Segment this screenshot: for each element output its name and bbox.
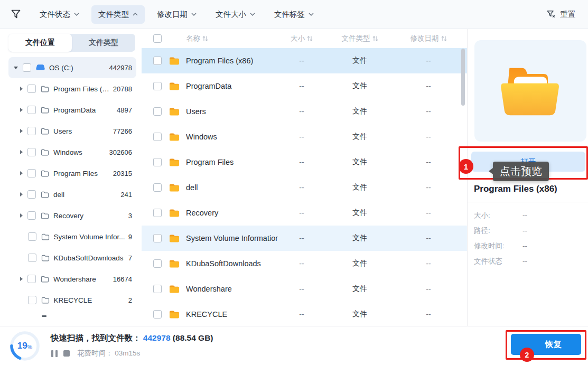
checkbox[interactable]: [27, 148, 36, 156]
reset-label: 重置: [560, 10, 575, 20]
checkbox[interactable]: [153, 183, 162, 192]
checkbox[interactable]: [28, 254, 36, 262]
filter-funnel-icon: [11, 9, 21, 20]
folder-outline-icon: [41, 276, 49, 283]
tree-row[interactable]: Recovery 3: [8, 205, 136, 226]
checkbox[interactable]: [27, 106, 36, 114]
checkbox[interactable]: [153, 82, 162, 90]
tree-item-name: dell: [53, 191, 117, 199]
folder-tree: OS (C:) 442978 Program Files (x... 20788…: [8, 57, 136, 311]
filter-file-size[interactable]: 文件大小: [209, 5, 262, 24]
stop-scan-button[interactable]: [63, 350, 70, 357]
tree-row[interactable]: Program Files 20315: [8, 163, 136, 184]
tree-row[interactable]: Wondershare 16674: [8, 268, 136, 289]
table-row[interactable]: KDubaSoftDownloads -- 文件 --: [142, 251, 467, 276]
checkbox[interactable]: [153, 158, 162, 166]
folder-icon: [169, 133, 180, 142]
tree-row[interactable]: dell 241: [8, 184, 136, 205]
caret-right-icon[interactable]: [20, 213, 23, 218]
vertical-scrollbar[interactable]: [461, 49, 465, 106]
file-name: System Volume Information: [186, 234, 278, 242]
caret-right-icon[interactable]: [20, 150, 23, 154]
filter-label: 文件状态: [40, 10, 70, 20]
checkbox[interactable]: [153, 57, 162, 65]
reset-filters-button[interactable]: 重置: [546, 10, 575, 20]
tree-item-name: Windows: [53, 148, 106, 156]
table-row[interactable]: Program Files (x86) -- 文件 --: [142, 48, 467, 73]
filter-file-type[interactable]: 文件类型: [91, 5, 145, 24]
tree-row[interactable]: KRECYCLE 2: [8, 289, 136, 311]
filter-label: 修改日期: [157, 10, 188, 20]
preview-file-name: Program Files (x86): [474, 184, 557, 194]
checkbox[interactable]: [27, 190, 36, 199]
tree-row[interactable]: ProgramData 4897: [8, 99, 136, 120]
table-row[interactable]: Wondershare -- 文件 --: [142, 276, 467, 302]
table-row[interactable]: Users -- 文件 --: [142, 99, 467, 124]
tree-row-drive[interactable]: OS (C:) 442978: [8, 57, 136, 78]
tab-file-type[interactable]: 文件类型: [72, 34, 135, 52]
tree-row[interactable]: Windows 302606: [8, 142, 136, 163]
tree-row[interactable]: Program Files (x... 20788: [8, 78, 136, 99]
column-header-date[interactable]: 修改日期: [394, 34, 463, 43]
tree-item-name: Recovery: [53, 212, 125, 220]
caret-right-icon[interactable]: [20, 171, 23, 175]
file-type: 文件: [325, 81, 394, 91]
file-type: 文件: [325, 107, 394, 116]
tree-row[interactable]: KDubaSoftDownloads 7: [8, 247, 136, 268]
file-type: 文件: [325, 208, 394, 218]
checkbox[interactable]: [27, 169, 36, 177]
pause-scan-button[interactable]: [51, 350, 58, 358]
caret-down-icon[interactable]: [14, 67, 18, 69]
elapsed-time: 花费时间： 03m15s: [77, 349, 140, 358]
click-preview-tooltip: 点击预览: [493, 162, 549, 181]
table-row[interactable]: ProgramData -- 文件 --: [142, 73, 467, 99]
detail-label: 路径:: [474, 226, 522, 236]
checkbox[interactable]: [28, 232, 36, 241]
tab-file-location[interactable]: 文件位置: [8, 34, 72, 52]
checkbox[interactable]: [27, 85, 36, 93]
caret-right-icon[interactable]: [20, 108, 23, 112]
table-row[interactable]: System Volume Information -- 文件 --: [142, 226, 467, 251]
checkbox[interactable]: [153, 209, 162, 217]
table-row[interactable]: Recovery -- 文件 --: [142, 200, 467, 226]
table-row[interactable]: Windows -- 文件 --: [142, 124, 467, 149]
checkbox[interactable]: [27, 211, 36, 220]
caret-right-icon[interactable]: [20, 277, 23, 281]
column-header-name[interactable]: 名称: [186, 34, 278, 43]
checkbox[interactable]: [153, 234, 162, 242]
table-row[interactable]: KRECYCLE -- 文件 --: [142, 302, 467, 326]
folder-icon: [169, 209, 180, 218]
column-header-size[interactable]: 大小: [278, 34, 325, 43]
checkbox[interactable]: [153, 107, 162, 116]
detail-label: 大小:: [474, 211, 522, 220]
filter-modified-date[interactable]: 修改日期: [150, 5, 203, 24]
checkbox[interactable]: [153, 133, 162, 141]
checkbox[interactable]: [153, 259, 162, 268]
file-size: --: [278, 234, 325, 242]
file-date: --: [394, 183, 463, 192]
checkbox[interactable]: [23, 63, 31, 72]
elapsed-label: 花费时间：: [77, 349, 113, 357]
tree-row[interactable]: System Volume Infor... 9: [8, 226, 136, 247]
table-row[interactable]: Program Files -- 文件 --: [142, 149, 467, 175]
tree-row[interactable]: Users 77266: [8, 120, 136, 142]
detail-value: --: [522, 257, 527, 265]
folder-icon: [169, 158, 180, 167]
filter-file-tag[interactable]: 文件标签: [267, 5, 321, 24]
status-bar: 19 % 快速扫描，找到文件数： 442978 (88.54 GB) 花费时间：…: [0, 326, 588, 365]
table-header: 名称 大小 文件类型 修改日期: [142, 29, 467, 48]
table-row[interactable]: dell -- 文件 --: [142, 175, 467, 200]
caret-right-icon[interactable]: [20, 129, 23, 133]
folder-outline-icon: [41, 191, 49, 198]
caret-right-icon[interactable]: [20, 87, 23, 91]
tree-item-count: 20315: [113, 170, 132, 177]
checkbox[interactable]: [28, 296, 36, 304]
checkbox[interactable]: [27, 275, 36, 283]
select-all-checkbox[interactable]: [153, 34, 162, 43]
caret-right-icon[interactable]: [20, 192, 23, 196]
checkbox[interactable]: [153, 310, 162, 319]
column-header-type[interactable]: 文件类型: [325, 34, 394, 43]
checkbox[interactable]: [27, 127, 36, 135]
checkbox[interactable]: [153, 285, 162, 293]
filter-file-status[interactable]: 文件状态: [33, 5, 86, 24]
